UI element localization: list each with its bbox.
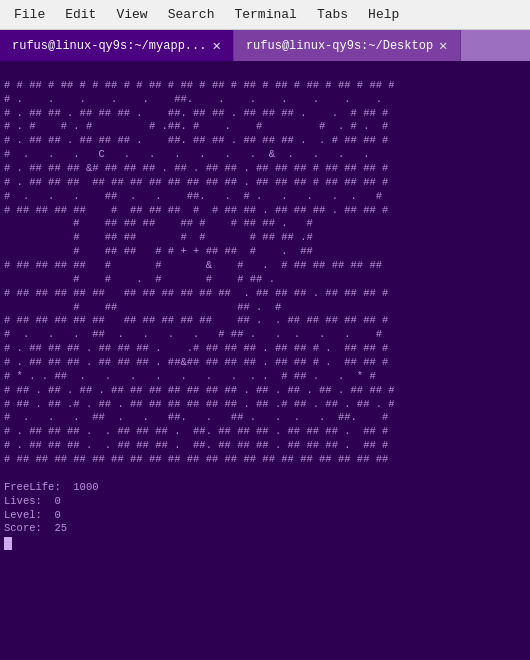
tab-1-label: rufus@linux-qy9s:~/Desktop [246,39,433,53]
terminal-content: # # ## # ## # # ## # # ## # ## # ## # ##… [4,79,526,550]
tabbar: rufus@linux-qy9s:~/myapp... ✕ rufus@linu… [0,30,530,61]
menubar: File Edit View Search Terminal Tabs Help [0,0,530,30]
menu-file[interactable]: File [4,3,55,26]
tab-0[interactable]: rufus@linux-qy9s:~/myapp... ✕ [0,30,234,61]
menu-edit[interactable]: Edit [55,3,106,26]
terminal[interactable]: # # ## # ## # # ## # # ## # ## # ## # ##… [0,61,530,660]
menu-help[interactable]: Help [358,3,409,26]
menu-tabs[interactable]: Tabs [307,3,358,26]
tab-1-close[interactable]: ✕ [439,37,447,54]
cursor [4,537,12,550]
tab-0-label: rufus@linux-qy9s:~/myapp... [12,39,206,53]
tab-0-close[interactable]: ✕ [212,37,220,54]
menu-view[interactable]: View [106,3,157,26]
menu-search[interactable]: Search [158,3,225,26]
menu-terminal[interactable]: Terminal [224,3,306,26]
tab-1[interactable]: rufus@linux-qy9s:~/Desktop ✕ [234,30,461,61]
